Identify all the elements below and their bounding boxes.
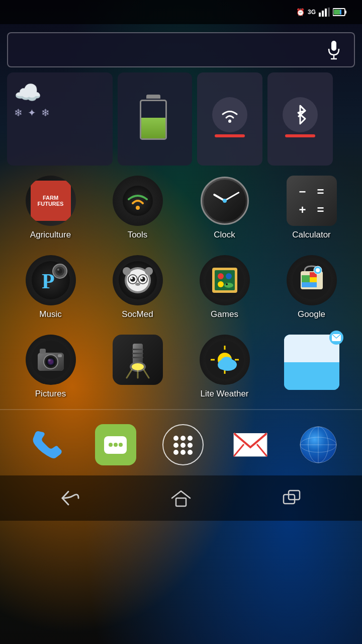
weather-snow-icons: ❄✦❄ [14,107,106,119]
dock-phone[interactable] [23,422,68,467]
app-calculator[interactable]: − = + = Calculator [268,171,355,245]
mic-icon[interactable] [324,37,344,62]
app-music[interactable]: P Music [7,250,94,325]
svg-point-81 [180,436,186,441]
agriculture-icon: FARM FUTURES [26,176,76,226]
dock-browser[interactable] [298,424,339,465]
bluetooth-icon-circle [283,97,318,132]
app-lite-weather[interactable]: Lite Weather [181,330,268,404]
battery-status-icon [333,8,347,17]
dock [0,414,362,475]
app-google[interactable]: Google [268,250,355,325]
games-icon [200,255,250,305]
clock-face [201,177,249,225]
dock-apps-drawer[interactable] [162,424,204,465]
svg-rect-55 [40,349,46,354]
app-flashlight[interactable] [94,330,181,404]
app-games[interactable]: Games [181,250,268,325]
app-tools[interactable]: Tools [94,171,181,245]
nav-back-button[interactable] [53,486,88,511]
calculator-label: Calculator [292,230,331,240]
music-label: Music [39,309,61,319]
svg-rect-57 [58,354,62,357]
ag-inner: FARM FUTURES [31,181,71,221]
messenger-icon [95,424,136,465]
clock-icon [200,176,250,226]
svg-point-26 [140,277,145,282]
dock-divider [0,409,362,410]
svg-rect-2 [325,9,327,17]
flashlight-icon [113,335,163,385]
svg-point-11 [228,120,231,123]
app-socmed[interactable]: SocMed [94,250,181,325]
wifi-widget[interactable] [197,72,262,166]
svg-rect-42 [302,275,310,282]
svg-rect-44 [310,277,317,282]
wifi-icon-circle [212,97,247,132]
calculator-icon: − = + = [287,176,337,226]
search-bar[interactable] [7,32,355,67]
apps-icon [162,424,204,465]
svg-rect-0 [319,13,321,17]
calendar-bottom [284,362,339,390]
svg-point-30 [123,267,131,275]
socmed-icon [113,255,163,305]
lite-weather-label: Lite Weather [200,389,248,399]
alarm-icon: ⏰ [296,8,305,16]
svg-point-85 [188,443,193,448]
widget-row: ☁️ ❄✦❄ [7,72,355,166]
nav-home-button[interactable] [163,486,199,511]
calendar-widget[interactable] [268,330,355,404]
svg-rect-62 [132,349,143,350]
battery-fill-level [141,118,165,138]
phone-icon [23,422,68,467]
svg-point-56 [48,359,53,364]
weather-widget[interactable]: ☁️ ❄✦❄ [7,72,113,166]
google-icon [287,255,337,305]
wifi-active-bar [215,134,245,137]
svg-rect-8 [331,41,336,51]
app-agriculture[interactable]: FARM FUTURES Agriculture [7,171,94,245]
svg-point-35 [218,273,224,279]
lite-weather-icon [200,335,250,385]
svg-point-39 [226,283,228,285]
nav-recent-button[interactable] [274,486,309,511]
svg-point-74 [221,357,233,367]
bluetooth-widget[interactable] [267,72,333,166]
app-clock[interactable]: Clock [181,171,268,245]
svg-point-84 [180,443,186,448]
svg-point-13 [136,206,140,210]
app-grid: FARM FUTURES Agriculture [7,171,355,404]
pictures-icon [26,335,76,385]
bluetooth-active-bar [285,134,315,137]
calendar-icon [284,335,339,390]
tools-label: Tools [128,230,148,240]
battery-widget-icon [140,95,170,140]
svg-rect-98 [176,498,186,506]
svg-rect-5 [345,11,346,14]
svg-point-88 [188,450,193,455]
battery-widget[interactable] [118,72,192,166]
svg-point-61 [132,363,144,370]
status-bar: ⏰ 3G [0,0,362,24]
socmed-label: SocMed [122,309,153,319]
calendar-envelope-icon [329,331,343,345]
tools-icon [113,176,163,226]
weather-cloud-icon: ☁️ [14,79,106,106]
svg-rect-1 [322,11,324,17]
app-pictures[interactable]: Pictures [7,330,94,404]
3g-icon: 3G [308,9,316,16]
signal-icon [319,8,330,17]
svg-point-19 [57,269,59,271]
svg-point-37 [218,281,224,287]
svg-point-78 [114,443,118,447]
gmail-icon [230,424,271,465]
svg-rect-7 [340,10,341,15]
svg-rect-6 [334,10,340,15]
dock-gmail[interactable] [230,424,271,465]
svg-rect-3 [328,8,330,17]
svg-rect-64 [132,357,143,358]
svg-point-31 [145,267,153,275]
svg-point-82 [188,436,193,441]
dock-messenger[interactable] [95,424,136,465]
